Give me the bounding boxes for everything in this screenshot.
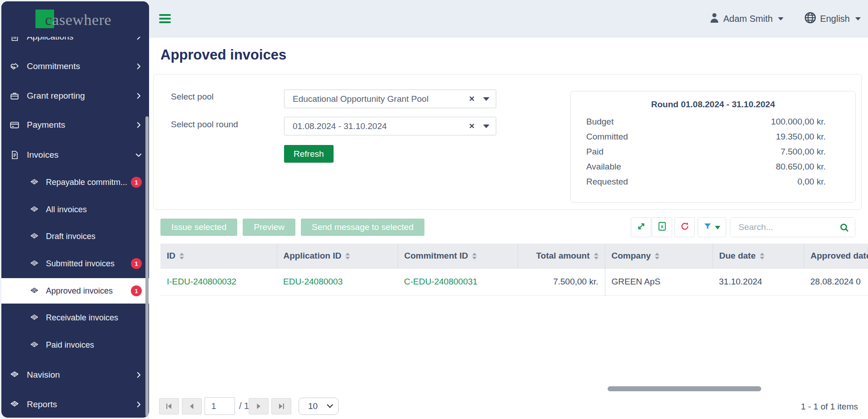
- user-name: Adam Smith: [723, 14, 773, 24]
- column-header-approved-date[interactable]: Approved date: [804, 244, 868, 268]
- sidebar-menu: Applications Commitments Grant reporting…: [1, 1, 149, 418]
- package-icon: [30, 313, 39, 323]
- sidebar-item-submitted-invoices[interactable]: Submitted invoices 1: [1, 251, 149, 276]
- sidebar-item-label: Receivable invoices: [46, 313, 118, 323]
- package-icon: [30, 205, 39, 214]
- filter-card: Select pool Educational Opportunity Gran…: [153, 74, 862, 210]
- next-page-button[interactable]: [249, 398, 269, 414]
- column-header-id[interactable]: ID: [160, 244, 277, 268]
- pool-round-select[interactable]: 01.08.2024 - 31.10.2024 ✕: [284, 117, 496, 135]
- preview-button[interactable]: Preview: [243, 219, 295, 236]
- sidebar-item-commitments[interactable]: Commitments: [1, 54, 149, 79]
- refresh-button[interactable]: Refresh: [284, 145, 334, 163]
- sidebar-item-navision[interactable]: Navision: [1, 362, 149, 388]
- summary-row: Available80.650,00 kr.: [586, 159, 826, 174]
- commitment-id-link[interactable]: C-EDU-240800031: [398, 268, 518, 295]
- sidebar-item-payments[interactable]: Payments: [1, 112, 149, 138]
- column-header-application-id[interactable]: Application ID: [277, 244, 398, 268]
- user-menu[interactable]: Adam Smith: [709, 12, 783, 25]
- chevron-right-icon: [135, 121, 143, 129]
- briefcase-icon: [10, 91, 20, 101]
- pool-label: Select pool: [171, 92, 214, 102]
- sidebar-item-paid-invoices[interactable]: Paid invoices: [1, 332, 149, 358]
- sidebar-item-label: Reports: [27, 399, 57, 409]
- package-icon: [30, 178, 39, 187]
- sidebar-item-reports[interactable]: Reports: [1, 392, 149, 417]
- sidebar-item-grant-reporting[interactable]: Grant reporting: [1, 83, 149, 109]
- application-id-link[interactable]: EDU-24080003: [277, 268, 398, 295]
- sidebar-item-receivable-invoices[interactable]: Receivable invoices: [1, 305, 149, 330]
- sidebar-item-label: Commitments: [27, 61, 80, 71]
- invoice-document-icon: [10, 150, 20, 160]
- handshake-icon: [10, 61, 20, 71]
- filter-caret-icon[interactable]: [715, 223, 720, 231]
- pool-selected-value: Educational Opportunity Grant Pool: [293, 94, 469, 104]
- hamburger-menu-icon[interactable]: [159, 14, 171, 23]
- pool-round-selected-value: 01.08.2024 - 31.10.2024: [293, 121, 469, 131]
- first-page-button[interactable]: [159, 398, 179, 414]
- invoices-table-wrap: ID Application ID Commitment ID Total am…: [160, 244, 868, 296]
- sidebar-item-draft-invoices[interactable]: Draft invoices: [1, 224, 149, 249]
- svg-text:x: x: [660, 224, 663, 229]
- table-row: I-EDU-240800032 EDU-24080003 C-EDU-24080…: [160, 268, 868, 295]
- sort-icon: [594, 253, 599, 259]
- sidebar-item-label: Payments: [27, 120, 65, 130]
- page-number-input[interactable]: [205, 397, 235, 415]
- user-icon: [709, 12, 719, 25]
- previous-page-button[interactable]: [182, 398, 202, 414]
- sidebar-item-label: Navision: [27, 370, 60, 380]
- sidebar-item-repayable-commitments[interactable]: Repayable commitm... 1: [1, 170, 149, 195]
- round-summary-title: Round 01.08.2024 - 31.10.2024: [571, 100, 855, 110]
- column-header-company[interactable]: Company: [605, 244, 713, 268]
- main-area: Adam Smith English Approved invoices Sel…: [149, 0, 868, 419]
- filter-button[interactable]: [698, 217, 726, 237]
- approved-date-cell: 28.08.2024 0: [804, 268, 868, 295]
- funnel-icon: [703, 222, 712, 232]
- pool-select[interactable]: Educational Opportunity Grant Pool ✕: [284, 90, 496, 108]
- sidebar-item-invoices[interactable]: Invoices: [1, 142, 149, 168]
- top-header-bar: Adam Smith English: [149, 0, 868, 38]
- sidebar-item-label: Draft invoices: [46, 232, 95, 241]
- last-page-button[interactable]: [271, 398, 291, 414]
- package-icon: [30, 286, 39, 296]
- expand-table-button[interactable]: [631, 217, 651, 237]
- invoice-id-link[interactable]: I-EDU-240800032: [160, 268, 277, 295]
- caret-down-icon: [778, 17, 783, 20]
- clear-icon[interactable]: ✕: [469, 95, 475, 103]
- column-header-total-amount[interactable]: Total amount: [518, 244, 605, 268]
- language-menu[interactable]: English: [804, 12, 861, 26]
- sidebar-item-label: Invoices: [27, 150, 59, 160]
- chevron-right-icon: [135, 400, 143, 409]
- next-page-icon: [255, 403, 262, 410]
- export-excel-button[interactable]: x: [652, 217, 672, 237]
- send-message-button[interactable]: Send message to selected: [301, 219, 424, 236]
- dropdown-caret-icon[interactable]: [483, 97, 489, 101]
- sidebar-item-label: Submitted invoices: [46, 259, 115, 269]
- sidebar-scrollbar[interactable]: [145, 116, 149, 416]
- previous-page-icon: [188, 403, 195, 410]
- sort-icon: [655, 253, 659, 259]
- reload-table-button[interactable]: [674, 217, 695, 237]
- app-root: Applications Commitments Grant reporting…: [0, 0, 868, 419]
- issue-selected-button[interactable]: Issue selected: [160, 219, 237, 236]
- search-icon[interactable]: [839, 223, 849, 234]
- select-chevron-icon: [327, 404, 333, 408]
- sidebar-item-all-invoices[interactable]: All invoices: [1, 197, 149, 222]
- invoices-table: ID Application ID Commitment ID Total am…: [160, 244, 868, 296]
- search-input[interactable]: [730, 218, 855, 237]
- summary-row: Committed19.350,00 kr.: [586, 129, 826, 144]
- dropdown-caret-icon[interactable]: [483, 125, 489, 128]
- page-size-select[interactable]: 10: [299, 398, 339, 415]
- round-summary-panel: Round 01.08.2024 - 31.10.2024 Budget100.…: [570, 91, 856, 203]
- chevron-right-icon: [135, 62, 143, 70]
- sidebar-item-label: Repayable commitm...: [46, 178, 127, 187]
- page-title: Approved invoices: [160, 47, 286, 63]
- column-header-commitment-id[interactable]: Commitment ID: [398, 244, 518, 268]
- clear-icon[interactable]: ✕: [469, 122, 475, 130]
- column-header-due-date[interactable]: Due date: [713, 244, 804, 268]
- sidebar-item-label: Paid invoices: [46, 340, 94, 350]
- company-cell: GREEN ApS: [605, 268, 713, 295]
- horizontal-scrollbar[interactable]: [608, 386, 761, 391]
- chevron-right-icon: [135, 92, 143, 100]
- sidebar-item-approved-invoices[interactable]: Approved invoices 1: [1, 278, 149, 304]
